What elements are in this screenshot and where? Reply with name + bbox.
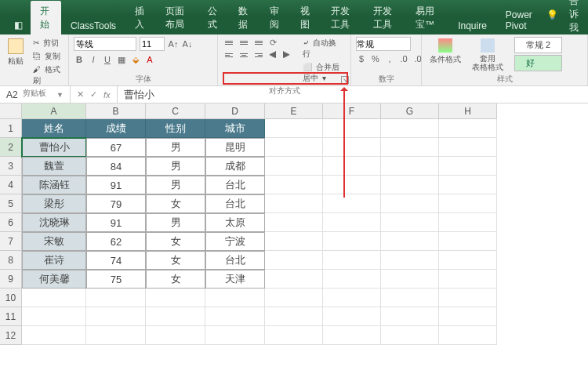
cell[interactable] xyxy=(323,326,381,345)
table-header-cell[interactable]: 姓名 xyxy=(22,119,86,138)
tab-developer[interactable]: 开发工具 xyxy=(321,1,364,34)
cell[interactable] xyxy=(86,307,146,326)
font-color-button[interactable]: A xyxy=(144,54,155,65)
indent-right-button[interactable]: ⯈ xyxy=(281,49,292,60)
row-header[interactable]: 4 xyxy=(0,176,22,194)
align-middle-button[interactable] xyxy=(238,37,250,48)
cell[interactable] xyxy=(381,307,439,326)
wrap-text-button[interactable]: ⤶ 自动换行 xyxy=(301,37,346,60)
cell[interactable] xyxy=(146,307,205,326)
style-normal[interactable]: 常规 2 xyxy=(514,37,562,53)
cell[interactable] xyxy=(439,157,497,176)
cell-city[interactable]: 天津 xyxy=(205,270,265,289)
cell-city[interactable]: 台北 xyxy=(205,176,265,194)
row-header[interactable]: 8 xyxy=(0,251,22,270)
cell-score[interactable]: 91 xyxy=(86,213,146,232)
row-header[interactable]: 11 xyxy=(0,307,22,326)
cell[interactable] xyxy=(205,307,265,326)
tab-powerpivot[interactable]: Power Pivot xyxy=(496,5,546,34)
align-left-button[interactable] xyxy=(223,49,235,60)
cell[interactable] xyxy=(439,194,497,213)
tab-review[interactable]: 审阅 xyxy=(260,1,291,34)
cell[interactable] xyxy=(323,251,381,270)
increase-font-icon[interactable]: A↑ xyxy=(168,38,179,49)
paste-button[interactable]: 粘贴 xyxy=(5,37,27,68)
cell[interactable] xyxy=(381,232,439,251)
fx-icon[interactable]: fx xyxy=(103,90,111,100)
cell[interactable] xyxy=(86,289,146,307)
cell[interactable] xyxy=(86,326,146,345)
table-header-cell[interactable]: 成绩 xyxy=(86,119,146,138)
cell-gender[interactable]: 女 xyxy=(146,251,205,270)
copy-button[interactable]: ⿻ 复制 xyxy=(31,50,64,63)
col-header[interactable]: E xyxy=(265,103,323,119)
font-name-input[interactable] xyxy=(74,37,136,51)
col-header[interactable]: H xyxy=(439,103,497,119)
border-button[interactable]: ▦ xyxy=(116,54,127,65)
tab-data[interactable]: 数据 xyxy=(229,1,260,34)
cell-score[interactable]: 79 xyxy=(86,194,146,213)
cell-city[interactable]: 宁波 xyxy=(205,232,265,251)
cell[interactable] xyxy=(439,119,497,138)
tab-view[interactable]: 视图 xyxy=(291,1,321,34)
style-good[interactable]: 好 xyxy=(514,55,562,71)
cell-name[interactable]: 何美馨 xyxy=(22,270,86,289)
cell-score[interactable]: 74 xyxy=(86,251,146,270)
cell[interactable] xyxy=(381,157,439,176)
cell[interactable] xyxy=(381,289,439,307)
cell[interactable] xyxy=(265,270,323,289)
cell-gender[interactable]: 男 xyxy=(146,176,205,194)
cell[interactable] xyxy=(323,232,381,251)
currency-button[interactable]: $ xyxy=(356,53,367,64)
cell[interactable] xyxy=(381,251,439,270)
italic-button[interactable]: I xyxy=(88,54,99,65)
cell[interactable] xyxy=(439,213,497,232)
cell[interactable] xyxy=(381,270,439,289)
cell[interactable] xyxy=(439,176,497,194)
row-header[interactable]: 10 xyxy=(0,289,22,307)
cell[interactable] xyxy=(146,326,205,345)
format-painter-button[interactable]: 🖌 格式刷 xyxy=(31,64,64,87)
col-header[interactable]: D xyxy=(205,103,265,119)
row-header[interactable]: 12 xyxy=(0,326,22,345)
row-header[interactable]: 3 xyxy=(0,157,22,176)
col-header[interactable]: B xyxy=(86,103,146,119)
align-right-button[interactable] xyxy=(252,49,265,60)
file-tab[interactable]: ◧ xyxy=(6,16,31,34)
cell[interactable] xyxy=(381,326,439,345)
cell-name[interactable]: 梁彤 xyxy=(22,194,86,213)
cell[interactable] xyxy=(265,307,323,326)
formula-input[interactable]: 曹怡小 xyxy=(118,86,588,103)
cell-name[interactable]: 魏萱 xyxy=(22,157,86,176)
cell[interactable] xyxy=(323,194,381,213)
cell[interactable] xyxy=(323,119,381,138)
table-header-cell[interactable]: 城市 xyxy=(205,119,265,138)
cell[interactable] xyxy=(265,194,323,213)
tab-inquire[interactable]: Inquire xyxy=(448,16,496,34)
enter-icon[interactable]: ✓ xyxy=(90,89,97,100)
cell[interactable] xyxy=(323,157,381,176)
cell[interactable] xyxy=(381,213,439,232)
cell[interactable] xyxy=(146,289,205,307)
cell-name[interactable]: 曹怡小 xyxy=(22,138,86,157)
cell[interactable] xyxy=(265,251,323,270)
comma-button[interactable]: , xyxy=(384,53,395,64)
cell[interactable] xyxy=(439,232,497,251)
tell-me[interactable]: 告诉我 xyxy=(569,0,579,34)
cell[interactable] xyxy=(439,251,497,270)
cell-city[interactable]: 成都 xyxy=(205,157,265,176)
tab-insert[interactable]: 插入 xyxy=(125,1,156,34)
table-format-button[interactable]: 套用 表格格式 xyxy=(469,37,506,73)
cell-name[interactable]: 崔诗 xyxy=(22,251,86,270)
cell-score[interactable]: 84 xyxy=(86,157,146,176)
tell-me-icon[interactable]: 💡 xyxy=(546,9,558,20)
align-top-button[interactable] xyxy=(223,37,235,48)
cell[interactable] xyxy=(439,270,497,289)
cell[interactable] xyxy=(265,157,323,176)
percent-button[interactable]: % xyxy=(370,53,381,64)
tab-formulas[interactable]: 公式 xyxy=(198,1,229,34)
cell[interactable] xyxy=(439,289,497,307)
cell-name[interactable]: 宋敏 xyxy=(22,232,86,251)
cell[interactable] xyxy=(265,232,323,251)
row-header[interactable]: 9 xyxy=(0,270,22,289)
